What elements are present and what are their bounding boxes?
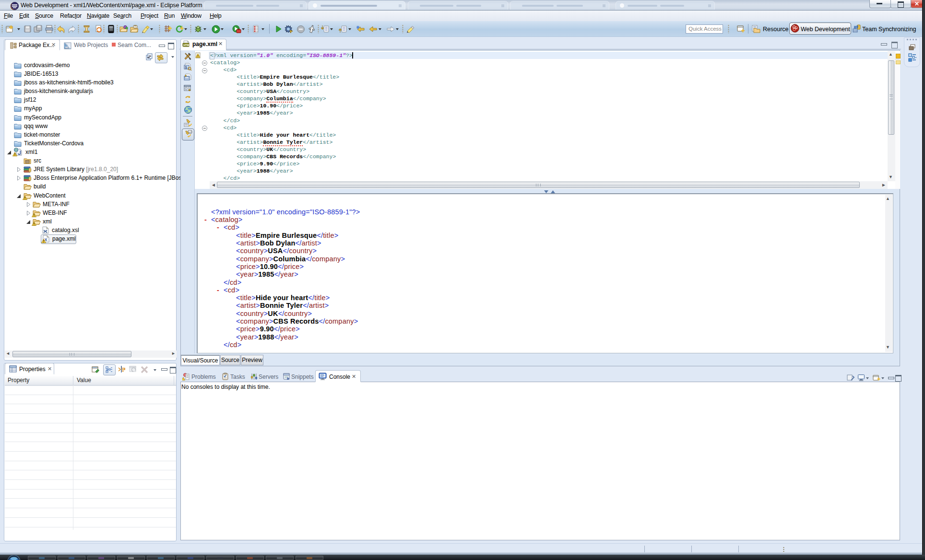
- svg-text:WEB: WEB: [65, 47, 70, 49]
- svg-text:HTM: HTM: [183, 44, 189, 47]
- svg-text:S: S: [185, 66, 188, 69]
